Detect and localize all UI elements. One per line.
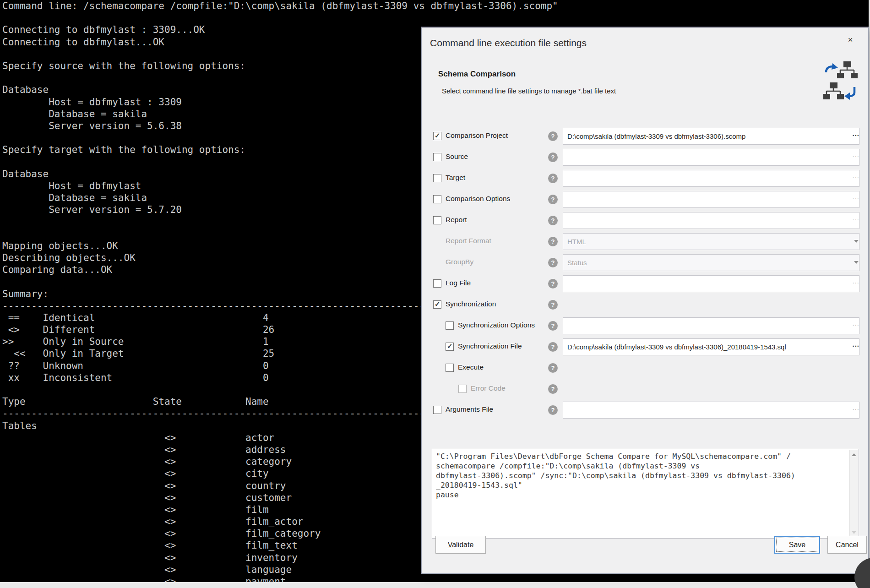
help-icon[interactable]: ? [548,152,558,162]
row-target: Target ? ... [422,170,869,187]
save-label: ave [794,541,805,549]
synchronization-checkbox[interactable] [433,300,441,309]
browse-button[interactable]: ... [852,319,859,327]
arguments-file-field[interactable] [563,402,859,419]
validate-button[interactable]: Validate [435,536,486,554]
browse-button[interactable]: ... [852,151,859,158]
chevron-down-icon [854,240,859,243]
browse-button[interactable]: ... [852,172,859,180]
groupby-label: GroupBy [446,258,473,266]
browse-button[interactable]: ... [852,403,859,411]
help-icon[interactable]: ? [548,258,558,267]
synchronization-label: Synchronization [446,300,496,308]
terminal-line: Command line: /schemacompare /compfile:"… [0,0,869,12]
report-format-select[interactable]: HTML [563,233,859,250]
row-groupby: GroupBy ? Status [422,254,869,271]
validate-label: alidate [452,541,473,549]
help-icon[interactable]: ? [548,279,558,289]
row-synchronization-file: Synchronization File ? D:\comp\sakila (d… [422,338,869,355]
bat-file-text: "C:\Program Files\Devart\dbForge Schema … [436,452,847,536]
source-checkbox[interactable] [433,153,441,161]
row-arguments-file: Arguments File ? ... [422,402,869,419]
comparison-options-label: Comparison Options [446,195,510,203]
execute-label: Execute [458,363,484,371]
section-subtitle: Select command line file settings to man… [442,87,616,95]
log-file-field[interactable] [563,275,859,292]
source-field[interactable] [563,149,859,166]
section-heading: Schema Comparison [438,70,516,79]
scrollbar[interactable] [849,450,858,538]
groupby-select[interactable]: Status [563,254,859,271]
browse-button[interactable]: ... [852,277,859,285]
help-icon[interactable]: ? [548,131,558,141]
row-report: Report ? ... [422,212,869,229]
help-icon[interactable]: ? [548,195,558,204]
bat-file-preview[interactable]: "C:\Program Files\Devart\dbForge Schema … [432,449,859,539]
synchronization-options-checkbox[interactable] [446,321,454,330]
synchronization-file-label: Synchronization File [458,342,522,350]
save-button[interactable]: Save [774,536,820,554]
synchronization-file-field[interactable]: D:\comp\sakila (dbfmylast-3309 vs dbfmyl… [563,338,859,355]
help-icon[interactable]: ? [548,174,558,183]
report-format-label: Report Format [446,237,491,245]
browse-button[interactable]: ... [852,340,859,348]
report-checkbox[interactable] [433,216,441,224]
cancel-label: ancel [841,541,859,549]
report-label: Report [446,216,467,224]
error-code-checkbox [458,385,467,393]
schema-comparison-icon [822,60,858,104]
target-label: Target [446,174,465,182]
comparison-project-checkbox[interactable] [433,132,441,140]
row-comparison-options: Comparison Options ? ... [422,191,869,208]
browse-button[interactable]: ... [852,193,859,201]
help-icon[interactable]: ? [548,321,558,331]
target-field[interactable] [563,170,859,187]
cancel-mnemonic: C [836,541,841,549]
row-execute: Execute ? [422,359,869,376]
source-label: Source [446,152,468,161]
terminal-line: <> payment [0,576,869,582]
cancel-button[interactable]: Cancel [827,536,867,554]
chevron-down-icon [854,261,859,264]
validate-mnemonic: V [448,541,452,549]
help-icon[interactable]: ? [548,300,558,310]
help-icon[interactable]: ? [548,405,558,415]
browse-button[interactable]: ... [852,214,859,222]
browse-button[interactable]: ... [852,130,859,137]
arguments-file-label: Arguments File [446,405,493,414]
row-log-file: Log File ? ... [422,275,869,292]
dialog-title: Command line execution file settings [430,38,587,49]
close-icon[interactable]: × [843,33,857,47]
help-icon[interactable]: ? [548,384,558,394]
row-source: Source ? ... [422,149,869,166]
command-line-settings-dialog: Command line execution file settings × S… [421,27,869,574]
log-file-checkbox[interactable] [433,279,441,288]
arguments-file-checkbox[interactable] [433,406,441,414]
comparison-options-field[interactable] [563,191,859,208]
help-icon[interactable]: ? [548,216,558,225]
row-synchronization-options: Synchronization Options ? ... [422,317,869,334]
help-icon[interactable]: ? [548,237,558,246]
row-report-format: Report Format ? HTML [422,233,869,250]
synchronization-options-label: Synchronization Options [458,321,535,329]
report-field[interactable] [563,212,859,229]
row-error-code: Error Code ? [422,381,869,397]
target-checkbox[interactable] [433,174,441,182]
comparison-project-label: Comparison Project [446,131,508,140]
terminal-line [0,12,869,24]
comparison-options-checkbox[interactable] [433,195,441,203]
synchronization-file-checkbox[interactable] [446,343,454,351]
save-mnemonic: S [789,541,794,549]
execute-checkbox[interactable] [446,364,454,372]
synchronization-options-field[interactable] [563,317,859,334]
row-comparison-project: Comparison Project ? D:\comp\sakila (dbf… [422,128,869,145]
help-icon[interactable]: ? [548,342,558,352]
scroll-down-icon[interactable] [852,531,856,534]
log-file-label: Log File [446,279,471,287]
comparison-project-field[interactable]: D:\comp\sakila (dbfmylast-3309 vs dbfmyl… [563,128,859,145]
error-code-label: Error Code [471,384,506,392]
row-synchronization: Synchronization ? [422,296,869,313]
help-icon[interactable]: ? [548,363,558,373]
scroll-up-icon[interactable] [852,453,856,456]
